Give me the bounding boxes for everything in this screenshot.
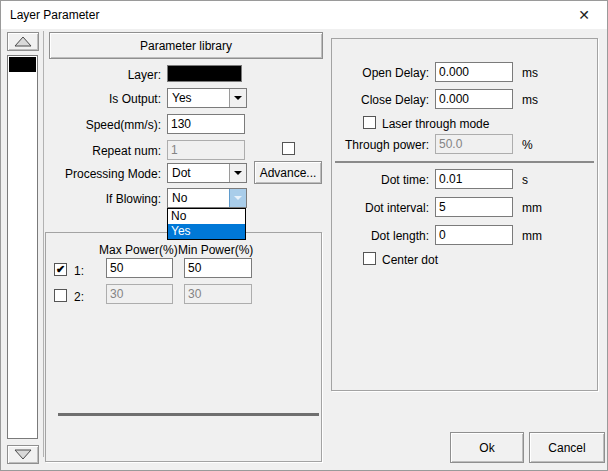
speed-input[interactable]: [167, 114, 245, 134]
if-blowing-combobox[interactable]: No: [167, 188, 247, 208]
dot-time-input[interactable]: [435, 169, 513, 189]
close-delay-unit: ms: [522, 93, 538, 107]
repeat-num-checkbox[interactable]: [282, 142, 295, 155]
power1-checkbox[interactable]: ✔: [54, 263, 67, 276]
dot-length-input[interactable]: [435, 225, 513, 245]
laser-through-checkbox[interactable]: [363, 116, 376, 129]
through-power-input: [435, 134, 513, 154]
layer-color-list[interactable]: [7, 55, 38, 439]
is-output-label: Is Output:: [109, 92, 161, 106]
open-delay-label: Open Delay:: [362, 66, 429, 80]
if-blowing-value: No: [172, 191, 187, 205]
through-power-unit: %: [522, 138, 533, 152]
center-dot-checkbox[interactable]: [363, 252, 376, 265]
parameter-library-button[interactable]: Parameter library: [49, 32, 323, 59]
is-output-value: Yes: [172, 91, 192, 105]
laser-through-label: Laser through mode: [382, 117, 489, 131]
layer-parameter-dialog: Layer Parameter ✕ Parameter library Laye…: [0, 0, 608, 471]
speed-label: Speed(mm/s):: [86, 118, 161, 132]
advance-button[interactable]: Advance...: [254, 161, 322, 184]
dot-interval-unit: mm: [522, 201, 542, 215]
open-delay-input[interactable]: [435, 62, 513, 82]
power1-label: 1:: [74, 264, 84, 278]
repeat-num-label: Repeat num:: [92, 144, 161, 158]
laser-settings-separator: [335, 161, 594, 163]
is-output-combobox[interactable]: Yes: [167, 88, 247, 108]
chevron-down-icon: [234, 171, 242, 175]
divider: [43, 31, 44, 457]
power2-max-input: [106, 284, 173, 304]
dot-length-unit: mm: [522, 229, 542, 243]
chevron-down-icon: [234, 196, 242, 200]
dropdown-option-yes[interactable]: Yes: [168, 224, 245, 239]
power2-checkbox[interactable]: [54, 289, 67, 302]
if-blowing-dropdown-list: No Yes: [167, 208, 246, 240]
titlebar: Layer Parameter ✕: [1, 1, 607, 29]
repeat-num-input: [167, 140, 245, 160]
close-delay-input[interactable]: [435, 89, 513, 109]
processing-mode-dropdown-button[interactable]: [229, 164, 246, 182]
processing-mode-combobox[interactable]: Dot: [167, 163, 247, 183]
dot-time-unit: s: [522, 173, 528, 187]
layer-label: Layer:: [128, 68, 161, 82]
processing-mode-label: Processing Mode:: [65, 167, 161, 181]
chevron-down-icon: [234, 96, 242, 100]
max-power-header: Max Power(%): [99, 243, 178, 257]
dot-interval-label: Dot interval:: [365, 201, 429, 215]
layer-color-swatch[interactable]: [167, 65, 242, 82]
power-group-separator: [58, 413, 319, 416]
close-icon: ✕: [578, 7, 590, 23]
dot-interval-input[interactable]: [435, 197, 513, 217]
layer-list-up-button[interactable]: [7, 32, 39, 51]
dot-time-label: Dot time:: [381, 173, 429, 187]
up-triangle-icon: [14, 36, 32, 47]
power1-min-input[interactable]: [184, 258, 252, 278]
power2-min-input: [184, 284, 252, 304]
layer-color-item[interactable]: [9, 57, 36, 72]
if-blowing-label: If Blowing:: [106, 192, 161, 206]
if-blowing-dropdown-button[interactable]: [229, 189, 246, 207]
cancel-button[interactable]: Cancel: [529, 432, 605, 463]
min-power-header: Min Power(%): [178, 243, 253, 257]
layer-list-down-button[interactable]: [7, 445, 39, 464]
ok-button[interactable]: Ok: [450, 432, 524, 463]
power1-max-input[interactable]: [106, 258, 173, 278]
down-triangle-icon: [14, 449, 32, 460]
close-delay-label: Close Delay:: [361, 93, 429, 107]
close-button[interactable]: ✕: [567, 1, 601, 29]
open-delay-unit: ms: [522, 66, 538, 80]
through-power-label: Through power:: [345, 138, 429, 152]
dot-length-label: Dot length:: [371, 229, 429, 243]
check-icon: ✔: [56, 263, 65, 275]
dropdown-option-no[interactable]: No: [168, 209, 245, 224]
is-output-dropdown-button[interactable]: [229, 89, 246, 107]
window-title: Layer Parameter: [10, 8, 99, 22]
power2-label: 2:: [74, 290, 84, 304]
center-dot-label: Center dot: [382, 253, 438, 267]
processing-mode-value: Dot: [172, 166, 191, 180]
